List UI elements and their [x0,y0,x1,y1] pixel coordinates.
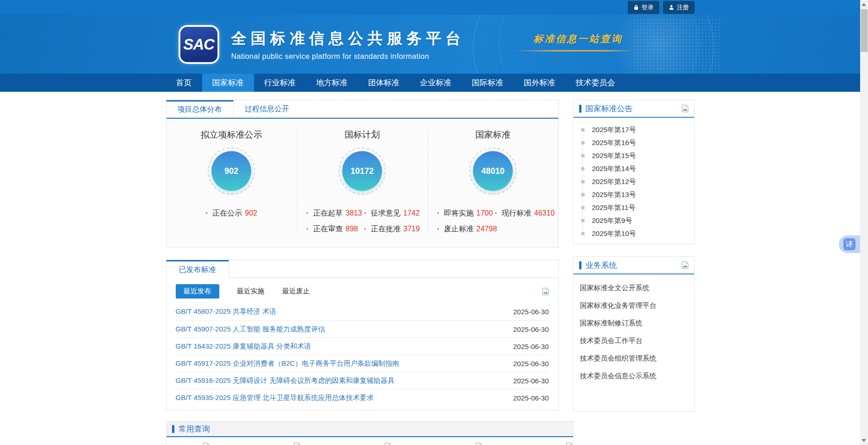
tab-process-disclosure[interactable]: 过程信息公开 [234,100,300,118]
announcement-item[interactable]: 2025年第9号 [581,214,694,227]
stat-circle-value: 10172 [351,166,374,176]
nav-item-foreign-standards[interactable]: 国外标准 [514,74,566,92]
lock-icon [633,5,639,10]
published-standards-panel: 已发布标准 最近发布 最近实施 最近废止 GB/T 45807-2025 共享 [166,260,559,410]
stat-circle-value: 902 [224,166,238,176]
standard-date: 2025-06-30 [513,343,549,350]
translate-button[interactable]: 译 [843,238,855,250]
broken-image-icon[interactable] [203,443,210,445]
nav-item-technical-committees[interactable]: 技术委员会 [566,74,625,92]
broken-image-icon[interactable] [294,443,300,445]
announcement-item[interactable]: 2025年第11号 [581,201,694,214]
common-queries-title: 常用查询 [179,424,568,434]
nav-item-industry-standards[interactable]: 行业标准 [254,74,306,92]
nav-item-home[interactable]: 首页 [166,74,202,92]
project-overview-panel: 项目总体分布 过程信息公开 拟立项标准公示 902 正在公示902 [166,100,559,248]
overview-tab-bar: 项目总体分布 过程信息公开 [166,100,558,119]
system-link[interactable]: 技术委员会信息公示系统 [580,367,688,385]
broken-image-icon [682,261,689,269]
topbar: 登录 注册 [0,0,860,15]
table-row: GB/T 45907-2025 人工智能 服务能力成熟度评估 2025-06-3… [176,320,549,337]
broken-image-icon[interactable] [384,443,391,445]
subtab-recently-implemented[interactable]: 最近实施 [237,287,265,296]
tab-project-distribution[interactable]: 项目总体分布 [166,100,234,118]
scroll-down-arrow-icon[interactable] [862,439,866,442]
slogan-underline-decor [514,50,634,51]
system-link[interactable]: 国家标准化业务管理平台 [580,297,688,314]
vertical-scrollbar[interactable] [860,0,868,445]
stat-current-standards[interactable]: 现行标准46310 [495,209,553,218]
main-nav: 首页 国家标准 行业标准 地方标准 团体标准 企业标准 国际标准 国外标准 技术… [0,74,860,92]
announcements-title: 国家标准公告 [586,103,682,114]
tab-published-standards[interactable]: 已发布标准 [166,260,229,278]
standard-date: 2025-06-30 [513,377,549,385]
national-plan-column: 国标计划 10172 正在起草3813 征求意见1742 [297,129,428,234]
system-link[interactable]: 国家标准全文公开系统 [580,279,688,297]
standard-link[interactable]: GB/T 45907-2025 人工智能 服务能力成熟度评估 [176,325,325,334]
national-standard-announcements-panel: 国家标准公告 2025年第17号 2025年第16号 2025年第15号 202… [573,100,695,244]
broken-image-icon [542,288,549,295]
sac-logo-text: SAC [183,36,214,53]
standard-link[interactable]: GB/T 45935-2025 应急管理 北斗卫星导航系统应用总体技术要求 [176,394,374,402]
standard-link[interactable]: GB/T 16432-2025 康复辅助器具 分类和术语 [176,342,311,351]
national-standards-column: 国家标准 48010 即将实施1700 现行标准46310 [428,129,558,234]
broken-image-icon[interactable] [566,443,573,445]
column-title: 拟立项标准公示 [166,129,297,141]
standard-link[interactable]: GB/T 45916-2025 无障碍设计 无障碍会议所考虑的因素和康复辅助器具 [176,376,395,385]
standard-date: 2025-06-30 [513,394,549,402]
subtab-recently-abolished[interactable]: 最近废止 [282,287,310,296]
broken-image-icon [682,105,689,112]
section-bar-decor [579,105,581,113]
stat-circle-standards[interactable]: 48010 [469,147,517,195]
register-button[interactable]: 注册 [663,1,695,14]
stat-circle-proposed[interactable]: 902 [208,147,255,195]
published-standards-table: GB/T 45807-2025 共享经济 术语 2025-06-30 GB/T … [166,303,558,410]
stat-upcoming-implementation[interactable]: 即将实施1700 [437,209,495,218]
stat-being-approved[interactable]: 正在批准3719 [364,224,422,234]
proposed-standards-column: 拟立项标准公示 902 正在公示902 [166,129,297,234]
business-systems-title: 业务系统 [586,260,682,271]
header-slogan: 标准信息一站查询 [534,32,623,45]
systems-list: 国家标准全文公开系统 国家标准化业务管理平台 国家标准制修订系统 技术委员会工作… [574,274,694,389]
subtab-recently-published[interactable]: 最近发布 [176,284,219,299]
login-button[interactable]: 登录 [628,1,659,14]
section-bar-decor [579,261,581,269]
translate-widget[interactable]: 译 [839,235,860,253]
standard-date: 2025-06-30 [513,325,549,333]
announcement-item[interactable]: 2025年第12号 [581,175,694,188]
announcement-item[interactable]: 2025年第14号 [581,162,694,175]
table-row: GB/T 45807-2025 共享经济 术语 2025-06-30 [176,303,549,320]
nav-item-enterprise-standards[interactable]: 企业标准 [410,74,462,92]
system-link[interactable]: 技术委员会工作平台 [580,332,688,350]
nav-item-international-standards[interactable]: 国际标准 [462,74,514,92]
table-row: GB/T 45917-2025 企业对消费者（B2C）电子商务平台用户条款编制指… [176,355,549,372]
standard-link[interactable]: GB/T 45917-2025 企业对消费者（B2C）电子商务平台用户条款编制指… [176,359,399,368]
announcement-item[interactable]: 2025年第16号 [581,136,694,149]
site-header: SAC 全国标准信息公共服务平台 National public service… [0,15,860,74]
announcement-item[interactable]: 2025年第15号 [581,149,694,162]
scroll-up-arrow-icon[interactable] [862,3,866,6]
announcement-item[interactable]: 2025年第17号 [581,123,694,136]
broken-image-icon[interactable] [475,443,482,445]
stat-drafting[interactable]: 正在起草3813 [306,209,364,218]
stat-abolished-standards[interactable]: 废止标准24798 [437,224,495,234]
nav-item-national-standards[interactable]: 国家标准 [202,74,254,92]
section-bar-decor [172,425,174,433]
system-link[interactable]: 国家标准制修订系统 [580,314,688,332]
sac-logo[interactable]: SAC [180,27,217,62]
site-title: 全国标准信息公共服务平台 [231,28,465,49]
scrollbar-thumb[interactable] [861,9,868,52]
standard-link[interactable]: GB/T 45807-2025 共享经济 术语 [176,307,276,316]
stat-under-review[interactable]: 正在审查898 [306,224,364,234]
site-title-block: 全国标准信息公共服务平台 National public service pla… [231,28,465,61]
stat-in-publicity[interactable]: 正在公示902 [205,209,257,218]
stat-circle-plan[interactable]: 10172 [338,147,386,195]
column-title: 国标计划 [297,129,428,141]
system-link[interactable]: 技术委员会组织管理系统 [580,350,688,367]
stat-soliciting-opinions[interactable]: 征求意见1742 [364,209,422,218]
nav-item-group-standards[interactable]: 团体标准 [358,74,410,92]
nav-item-local-standards[interactable]: 地方标准 [306,74,358,92]
table-row: GB/T 16432-2025 康复辅助器具 分类和术语 2025-06-30 [176,337,549,355]
announcement-item[interactable]: 2025年第13号 [581,188,694,201]
announcement-item[interactable]: 2025年第10号 [581,227,694,240]
